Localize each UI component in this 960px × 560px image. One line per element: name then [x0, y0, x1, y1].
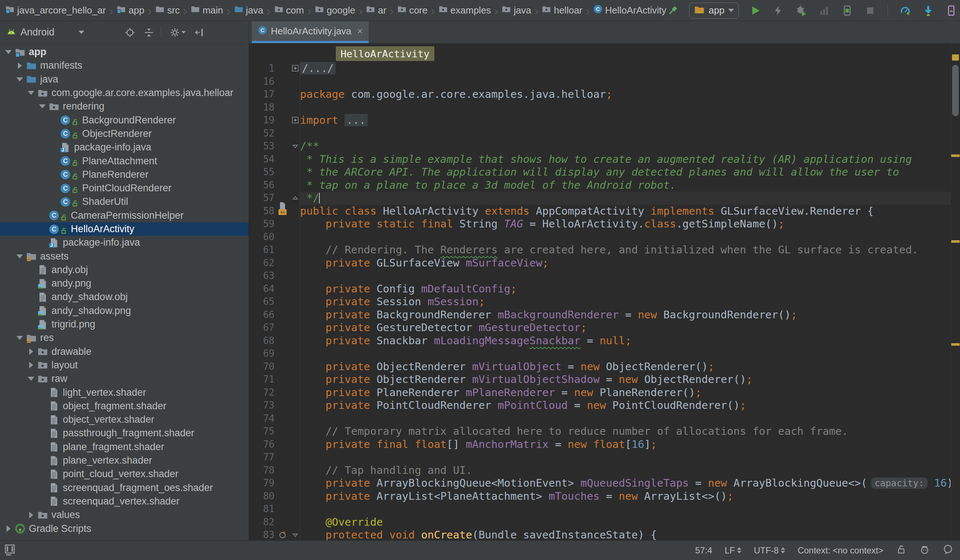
tree-item-light-vertex-shader[interactable]: light_vertex.shader: [0, 386, 249, 399]
tree-item-point-cloud-vertex-shader[interactable]: point_cloud_vertex.shader: [0, 467, 249, 481]
line-number[interactable]: 55: [249, 166, 278, 179]
warning-stripe-mark[interactable]: [951, 154, 960, 157]
code-line-83[interactable]: 83 protected void onCreate(Bundle savedI…: [249, 529, 950, 540]
collapsed-arrow-icon[interactable]: [26, 512, 36, 518]
code-line-52[interactable]: 52: [249, 127, 950, 140]
line-number[interactable]: 73: [249, 399, 278, 412]
line-number[interactable]: 72: [249, 386, 278, 399]
code-line-53[interactable]: 53/**: [249, 140, 950, 153]
line-number[interactable]: 62: [249, 257, 278, 270]
code-line-68[interactable]: 68 private Snackbar mLoadingMessageSnack…: [249, 334, 950, 347]
code-line-73[interactable]: 73 private PointCloudRenderer mPointClou…: [249, 399, 950, 412]
editor-body[interactable]: HelloArActivity 1/.../1617package com.go…: [249, 44, 960, 540]
code-line-71[interactable]: 71 private ObjectRenderer mVirtualObject…: [249, 373, 950, 386]
code-line-81[interactable]: 81: [249, 503, 950, 516]
collapsed-arrow-icon[interactable]: [4, 525, 13, 532]
code-line-19[interactable]: 19import ...: [249, 114, 950, 127]
line-number[interactable]: 53: [249, 140, 278, 153]
tree-item-screenquad-vertex-shader[interactable]: screenquad_vertex.shader: [0, 494, 249, 508]
line-number[interactable]: 54: [249, 153, 278, 166]
tree-item-plane-vertex-shader[interactable]: plane_vertex.shader: [0, 454, 249, 467]
code-line-1[interactable]: 1/.../: [249, 62, 950, 75]
breadcrumb-item-java[interactable]: java: [502, 4, 531, 16]
project-view-selector[interactable]: Android: [21, 27, 54, 38]
tree-item-app[interactable]: app: [0, 45, 249, 59]
line-number[interactable]: 77: [249, 451, 278, 464]
tree-item-planerenderer[interactable]: CPlaneRenderer: [0, 168, 249, 181]
tree-item-andy-png[interactable]: andy.png: [0, 277, 249, 290]
toggle-toolwindow-bars-button[interactable]: [4, 543, 16, 558]
line-number[interactable]: 64: [249, 283, 278, 296]
line-number[interactable]: 17: [249, 88, 278, 101]
line-number[interactable]: 82: [249, 516, 278, 529]
expanded-arrow-icon[interactable]: [26, 377, 36, 381]
line-number[interactable]: 69: [249, 347, 278, 360]
breadcrumb-item-main[interactable]: main: [190, 4, 223, 16]
breadcrumb-item-java_arcore_hello_ar[interactable]: java_arcore_hello_ar: [5, 4, 106, 16]
run-icon[interactable]: [749, 4, 762, 17]
line-number[interactable]: 16: [249, 75, 278, 88]
debug-icon[interactable]: [795, 4, 808, 17]
tree-item-shaderutil[interactable]: CShaderUtil: [0, 195, 249, 208]
line-number[interactable]: 60: [249, 231, 278, 244]
tree-item-res[interactable]: res: [0, 331, 249, 345]
code-line-17[interactable]: 17package com.google.ar.core.examples.ja…: [249, 88, 950, 101]
chevron-down-icon[interactable]: [78, 30, 84, 34]
tree-item-assets[interactable]: assets: [0, 250, 249, 263]
tree-item-com-google-ar-core-examples-java-helloar[interactable]: com.google.ar.core.examples.java.helloar: [0, 86, 249, 100]
related-file-gutter-icons[interactable]: <>: [278, 202, 289, 216]
breadcrumb-item-com[interactable]: com: [274, 4, 304, 16]
context-widget[interactable]: Context: <no context>: [798, 546, 883, 556]
line-number[interactable]: 71: [249, 373, 278, 386]
run-configuration-chooser[interactable]: app: [689, 3, 738, 19]
line-number[interactable]: 75: [249, 425, 278, 438]
settings-gear-icon[interactable]: [168, 27, 186, 38]
line-number[interactable]: 65: [249, 295, 278, 309]
tree-item-andy-obj[interactable]: andy.obj: [0, 263, 249, 277]
tree-item-drawable[interactable]: drawable: [0, 345, 249, 358]
breadcrumb-item-java[interactable]: java: [234, 4, 264, 16]
android-profiler-icon[interactable]: [899, 4, 912, 17]
code-line-60[interactable]: 60: [249, 231, 950, 244]
line-number[interactable]: 66: [249, 309, 278, 322]
tree-item-object-fragment-shader[interactable]: object_fragment.shader: [0, 399, 249, 413]
code-line-74[interactable]: 74: [249, 412, 950, 425]
code-line-65[interactable]: 65 private Session mSession;: [249, 295, 950, 309]
line-number[interactable]: 83: [249, 529, 278, 540]
code-line-76[interactable]: 76 private final float[] mAnchorMatrix =…: [249, 438, 950, 451]
caret-position-widget[interactable]: 57:4: [695, 546, 712, 556]
locate-target-icon[interactable]: [125, 27, 135, 38]
line-number[interactable]: 61: [249, 243, 278, 257]
tree-item-andy-shadow-obj[interactable]: andy_shadow.obj: [0, 290, 249, 304]
expanded-arrow-icon[interactable]: [15, 336, 24, 340]
editor-tab-helloaractivity[interactable]: C HelloArActivity.java ×: [252, 21, 369, 43]
profile-icon[interactable]: [818, 4, 831, 17]
expanded-arrow-icon[interactable]: [26, 91, 36, 95]
collapsed-arrow-icon[interactable]: [15, 62, 24, 69]
stop-icon[interactable]: [864, 4, 877, 17]
tree-item-screenquad-fragment-oes-shader[interactable]: screenquad_fragment_oes.shader: [0, 481, 249, 494]
tree-item-andy-shadow-png[interactable]: andy_shadow.png: [0, 304, 249, 318]
code-line-54[interactable]: 54 * This is a simple example that shows…: [249, 153, 950, 166]
tree-item-package-info-java[interactable]: Jpackage-info.java: [0, 236, 249, 250]
code-line-61[interactable]: 61 // Rendering. The Renderers are creat…: [249, 243, 950, 257]
tree-item-objectrenderer[interactable]: CObjectRenderer: [0, 127, 249, 141]
line-number[interactable]: 74: [249, 412, 278, 425]
code-line-82[interactable]: 82 @Override: [249, 516, 950, 529]
sdk-manager-icon[interactable]: [922, 4, 935, 17]
scrollbar-thumb[interactable]: [952, 65, 958, 116]
breadcrumb-item-google[interactable]: google: [315, 4, 355, 16]
code-line-69[interactable]: 69: [249, 347, 950, 360]
code-line-59[interactable]: 59 private static final String TAG = Hel…: [249, 218, 950, 231]
tree-item-values[interactable]: values: [0, 508, 249, 522]
line-number[interactable]: 79: [249, 477, 278, 490]
line-number[interactable]: 1: [249, 62, 278, 75]
tree-item-gradle-scripts[interactable]: Gradle Scripts: [0, 522, 249, 535]
build-hammer-icon[interactable]: [666, 4, 679, 17]
tree-item-plane-fragment-shader[interactable]: plane_fragment.shader: [0, 440, 249, 454]
breadcrumb-item-core[interactable]: core: [397, 4, 428, 16]
code-line-58[interactable]: 58<>public class HelloArActivity extends…: [249, 205, 950, 218]
warning-stripe-mark[interactable]: [951, 343, 960, 346]
analysis-warnings-indicator[interactable]: [952, 54, 959, 61]
code-line-67[interactable]: 67 private GestureDetector mGestureDetec…: [249, 321, 950, 334]
